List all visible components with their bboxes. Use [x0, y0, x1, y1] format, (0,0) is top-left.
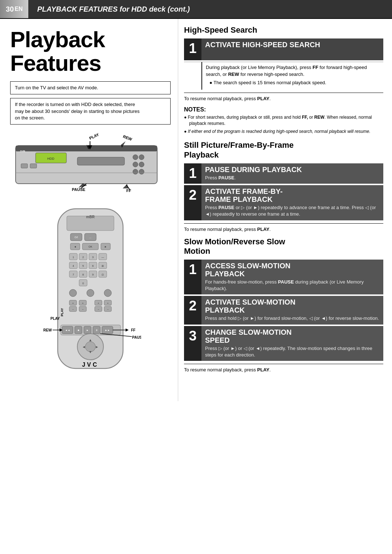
- notes-item-2: ● If either end of the program is reache…: [184, 129, 383, 135]
- step2b-sub: Press PAUSE or ▷ (or ►) repeatedly to ad…: [205, 204, 380, 217]
- svg-rect-1: [16, 146, 157, 151]
- step3a-title: ACCESS SLOW-MOTION PLAYBACK: [205, 262, 380, 278]
- section1-title: High-Speed Search: [184, 25, 383, 35]
- step1-content: ACTIVATE HIGH-SPEED SEARCH: [201, 38, 383, 60]
- svg-text:3: 3: [92, 256, 94, 258]
- svg-text:+: +: [72, 302, 74, 305]
- svg-text:HDD: HDD: [47, 157, 54, 160]
- notes-section: NOTES: ● For short searches, during play…: [184, 106, 383, 135]
- step3b-title: ACTIVATE SLOW-MOTION PLAYBACK: [205, 298, 380, 314]
- svg-text:⊞: ⊞: [102, 265, 104, 267]
- svg-text:REW: REW: [122, 134, 133, 142]
- svg-text:−: −: [82, 308, 83, 311]
- svg-text:JVB: JVB: [20, 150, 25, 153]
- notes-item-1: ● For short searches, during playback or…: [184, 114, 383, 127]
- step2b-title: ACTIVATE FRAME-BY- FRAME PLAYBACK: [205, 187, 380, 203]
- step3c-sub: Press ▷ (or ►) or ◁ (or ◄) repeatedly. T…: [205, 345, 380, 358]
- svg-text:■: ■: [78, 329, 79, 331]
- step3a-number: 1: [184, 260, 201, 294]
- page-num-text: 30: [6, 5, 14, 13]
- svg-point-66: [69, 289, 77, 297]
- page-number: 30EN: [0, 0, 28, 18]
- step3a-content: ACCESS SLOW-MOTION PLAYBACK For hands-fr…: [201, 260, 383, 294]
- step1-resume: To resume normal playback, press PLAY.: [184, 96, 383, 101]
- svg-rect-11: [21, 164, 28, 168]
- remote-container: mBR O/I ... ◄ OK ► 1 1 2 3: [10, 205, 171, 394]
- step3b-content: ACTIVATE SLOW-MOTION PLAYBACK Press and …: [201, 296, 383, 325]
- page-suffix: EN: [15, 6, 23, 12]
- svg-text:▼: ▼: [89, 350, 92, 354]
- step2a-sub: Press PAUSE.: [205, 175, 380, 181]
- left-column: Playback Features Turn on the TV and sel…: [0, 19, 178, 401]
- svg-text:+: +: [82, 302, 83, 305]
- step3-resume: To resume normal playback, press PLAY.: [184, 367, 383, 372]
- svg-text:⊡: ⊡: [102, 273, 104, 276]
- svg-text:◄◄: ◄◄: [65, 329, 70, 331]
- remote-svg: mBR O/I ... ◄ OK ► 1 1 2 3: [40, 205, 141, 394]
- svg-text:+: +: [98, 302, 99, 305]
- svg-marker-25: [123, 184, 128, 188]
- info-box-1: Turn on the TV and select the AV mode.: [10, 81, 171, 94]
- svg-text:⏸: ⏸: [95, 329, 98, 331]
- page-title: Playback Features: [10, 28, 171, 75]
- svg-text:►: ►: [95, 345, 99, 349]
- step1-body-text: During playback (or Live Memory Playback…: [201, 62, 383, 90]
- svg-text:►: ►: [105, 245, 107, 248]
- vcr-svg: HDD JVB PLAY: [10, 131, 163, 196]
- step1-activate-block: 1 ACTIVATE HIGH-SPEED SEARCH: [184, 38, 383, 60]
- step1-number: 1: [184, 38, 201, 60]
- page-header: 30EN PLAYBACK FEATURES for HDD deck (con…: [0, 0, 392, 19]
- svg-text:2: 2: [82, 256, 84, 258]
- vcr-illustration: HDD JVB PLAY: [10, 131, 163, 196]
- svg-text:REW: REW: [43, 328, 52, 332]
- svg-text:5: 5: [82, 265, 84, 267]
- step2b-block: 2 ACTIVATE FRAME-BY- FRAME PLAYBACK Pres…: [184, 185, 383, 220]
- step2-resume: To resume normal playback, press PLAY.: [184, 227, 383, 232]
- notes-title: NOTES:: [184, 106, 383, 113]
- svg-text:▲: ▲: [89, 338, 92, 342]
- svg-point-5: [133, 155, 138, 160]
- svg-text:7: 7: [73, 273, 74, 276]
- svg-text:►►: ►►: [105, 329, 110, 331]
- header-title: PLAYBACK FEATURES for HDD deck (cont.): [28, 0, 392, 18]
- svg-text:−: −: [107, 308, 109, 311]
- step1-body-block: During playback (or Live Memory Playback…: [184, 62, 383, 90]
- svg-text:...: ...: [89, 236, 91, 239]
- step1-bullet: ● The search speed is 15 times normal pl…: [209, 80, 380, 86]
- step2a-content: PAUSE DURING PLAYBACK Press PAUSE.: [201, 163, 383, 184]
- step3c-title: CHANGE SLOW-MOTION SPEED: [205, 328, 380, 344]
- section3-title: Slow Motion/Reverse Slow Motion: [184, 237, 383, 256]
- step3c-number: 3: [184, 326, 201, 361]
- svg-text:1: 1: [73, 256, 74, 258]
- svg-text:+: +: [107, 302, 109, 305]
- svg-point-10: [139, 169, 144, 174]
- svg-text:mBR: mBR: [86, 215, 95, 219]
- step2b-number: 2: [184, 185, 201, 220]
- svg-text:►: ►: [86, 329, 89, 331]
- section2-title: Still Picture/Frame-By-Frame Playback: [184, 140, 383, 160]
- svg-text:−: −: [98, 308, 99, 311]
- step3a-sub: For hands-free slow-motion, press PAUSE …: [205, 279, 380, 292]
- step3b-block: 2 ACTIVATE SLOW-MOTION PLAYBACK Press an…: [184, 296, 383, 325]
- svg-text:PLAY: PLAY: [60, 308, 64, 316]
- svg-rect-12: [30, 164, 37, 168]
- svg-text:−: −: [72, 308, 74, 311]
- svg-text:◄: ◄: [82, 345, 86, 349]
- svg-text:OK: OK: [89, 245, 92, 248]
- main-content: Playback Features Turn on the TV and sel…: [0, 19, 392, 401]
- svg-point-6: [139, 155, 144, 160]
- svg-text:PAUSE: PAUSE: [72, 187, 85, 192]
- svg-text:9: 9: [92, 273, 94, 276]
- svg-text:8: 8: [82, 273, 84, 276]
- svg-text:PLAY: PLAY: [50, 317, 60, 321]
- svg-text:PLAY: PLAY: [89, 132, 100, 140]
- svg-text:O/I: O/I: [74, 236, 78, 239]
- svg-point-8: [139, 162, 144, 167]
- svg-text:4: 4: [73, 265, 74, 267]
- svg-point-68: [104, 289, 111, 297]
- svg-point-67: [87, 289, 94, 297]
- svg-text:—: —: [102, 256, 104, 258]
- step2a-block: 1 PAUSE DURING PLAYBACK Press PAUSE.: [184, 163, 383, 184]
- svg-text:0: 0: [82, 282, 84, 285]
- step3b-sub: Press and hold ▷ (or ►) for forward slow…: [205, 315, 380, 322]
